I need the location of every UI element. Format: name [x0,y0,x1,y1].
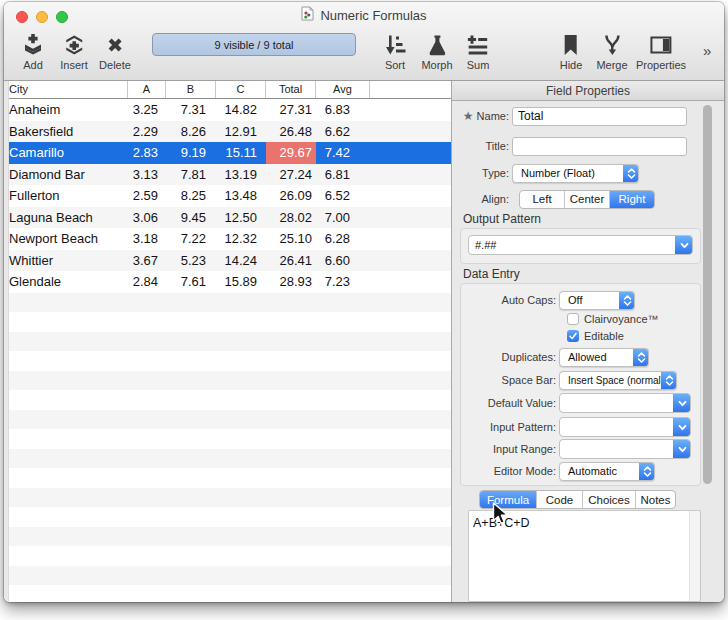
tab-notes[interactable]: Notes [636,491,675,508]
cell-city[interactable]: Anaheim [9,99,128,121]
cell-a[interactable]: 2.59 [128,185,166,207]
table-row[interactable]: Bakersfield 2.29 8.26 12.91 26.48 6.62 [4,121,451,143]
cell-city[interactable]: Diamond Bar [9,164,128,186]
cell-b[interactable]: 5.23 [166,250,216,272]
table-row[interactable]: Fullerton 2.59 8.25 13.48 26.09 6.52 [4,185,451,207]
cell-total-highlighted[interactable]: 29.67 [266,142,316,164]
cell-c[interactable]: 14.24 [216,250,266,272]
column-header-total[interactable]: Total [266,81,316,98]
cell-a[interactable]: 3.13 [128,164,166,186]
duplicates-popup[interactable]: Allowed [559,348,649,367]
output-pattern-combo[interactable]: #.## [468,235,693,255]
formula-scrollbar-track[interactable] [689,511,700,601]
auto-caps-popup[interactable]: Off [559,291,635,310]
add-button[interactable]: Add [22,34,44,71]
cell-b[interactable]: 8.26 [166,121,216,143]
align-right-segment[interactable]: Right [610,191,654,208]
type-popup[interactable]: Number (Float) [512,164,639,183]
cell-city[interactable]: Camarillo [9,142,128,164]
cell-c[interactable]: 13.48 [216,185,266,207]
cell-a[interactable]: 3.18 [128,228,166,250]
cell-c[interactable]: 15.89 [216,271,266,293]
table-row[interactable]: Newport Beach 3.18 7.22 12.32 25.10 6.28 [4,228,451,250]
cell-total[interactable]: 27.24 [266,164,316,186]
cell-avg[interactable]: 6.60 [316,250,370,272]
title-field[interactable] [512,137,687,156]
cell-b[interactable]: 7.61 [166,271,216,293]
cell-total[interactable]: 25.10 [266,228,316,250]
cell-avg[interactable]: 7.42 [316,142,370,164]
cell-c[interactable]: 12.32 [216,228,266,250]
table-row[interactable]: Anaheim 3.25 7.31 14.82 27.31 6.83 [4,99,451,121]
record-counter[interactable]: 9 visible / 9 total [152,33,356,56]
cell-b[interactable]: 7.81 [166,164,216,186]
sort-button[interactable]: Sort [384,34,406,71]
cell-total[interactable]: 28.02 [266,207,316,229]
cell-city[interactable]: Whittier [9,250,128,272]
cell-c[interactable]: 15.11 [216,142,266,164]
cell-c[interactable]: 12.91 [216,121,266,143]
delete-button[interactable]: Delete [99,34,131,71]
cell-city[interactable]: Fullerton [9,185,128,207]
sum-button[interactable]: Sum [467,34,490,71]
toolbar-overflow-button[interactable]: » [703,42,710,59]
column-header-a[interactable]: A [128,81,166,98]
table-row[interactable]: Laguna Beach 3.06 9.45 12.50 28.02 7.00 [4,207,451,229]
tab-formula[interactable]: Formula [480,491,537,508]
default-value-combo[interactable] [559,393,691,413]
cell-avg[interactable]: 6.81 [316,164,370,186]
cell-city[interactable]: Laguna Beach [9,207,128,229]
cell-total[interactable]: 26.48 [266,121,316,143]
table-row[interactable]: Glendale 2.84 7.61 15.89 28.93 7.23 [4,271,451,293]
properties-button[interactable]: Properties [636,34,686,71]
cell-total[interactable]: 26.41 [266,250,316,272]
cell-a[interactable]: 3.25 [128,99,166,121]
align-left-segment[interactable]: Left [520,191,565,208]
hide-button[interactable]: Hide [560,34,583,71]
space-bar-popup[interactable]: Insert Space (normal) [559,371,677,390]
cell-b[interactable]: 7.22 [166,228,216,250]
cell-avg[interactable]: 6.28 [316,228,370,250]
cell-c[interactable]: 12.50 [216,207,266,229]
editable-checkbox[interactable] [567,330,579,342]
cell-a[interactable]: 2.29 [128,121,166,143]
cell-avg[interactable]: 6.83 [316,99,370,121]
align-center-segment[interactable]: Center [565,191,610,208]
merge-button[interactable]: Merge [596,34,627,71]
name-field[interactable] [512,107,687,126]
insert-button[interactable]: Insert [60,34,88,71]
cell-avg[interactable]: 6.52 [316,185,370,207]
cell-a[interactable]: 3.67 [128,250,166,272]
cell-b[interactable]: 7.31 [166,99,216,121]
cell-city[interactable]: Newport Beach [9,228,128,250]
formula-textarea[interactable]: A+B+C+D [469,511,690,601]
column-header-b[interactable]: B [166,81,216,98]
cell-c[interactable]: 13.19 [216,164,266,186]
editor-mode-popup[interactable]: Automatic [559,462,655,481]
cell-c[interactable]: 14.82 [216,99,266,121]
table-row[interactable]: Diamond Bar 3.13 7.81 13.19 27.24 6.81 [4,164,451,186]
clairvoyance-checkbox[interactable] [567,313,579,325]
cell-total[interactable]: 26.09 [266,185,316,207]
cell-a[interactable]: 2.83 [128,142,166,164]
cell-avg[interactable]: 6.62 [316,121,370,143]
cell-city[interactable]: Glendale [9,271,128,293]
input-range-combo[interactable] [559,439,691,459]
table-row[interactable]: Whittier 3.67 5.23 14.24 26.41 6.60 [4,250,451,272]
cell-b[interactable]: 9.45 [166,207,216,229]
column-header-city[interactable]: City [9,81,128,98]
column-header-c[interactable]: C [216,81,266,98]
column-header-avg[interactable]: Avg [316,81,370,98]
cell-avg[interactable]: 7.23 [316,271,370,293]
panel-scrollbar-thumb[interactable] [703,105,712,484]
cell-a[interactable]: 3.06 [128,207,166,229]
cell-avg[interactable]: 7.00 [316,207,370,229]
table-row-selected[interactable]: Camarillo 2.83 9.19 15.11 29.67 7.42 [4,142,451,164]
input-pattern-combo[interactable] [559,417,691,437]
tab-code[interactable]: Code [537,491,583,508]
cell-b[interactable]: 9.19 [166,142,216,164]
cell-total[interactable]: 27.31 [266,99,316,121]
morph-button[interactable]: Morph [421,34,452,71]
cell-city[interactable]: Bakersfield [9,121,128,143]
cell-total[interactable]: 28.93 [266,271,316,293]
